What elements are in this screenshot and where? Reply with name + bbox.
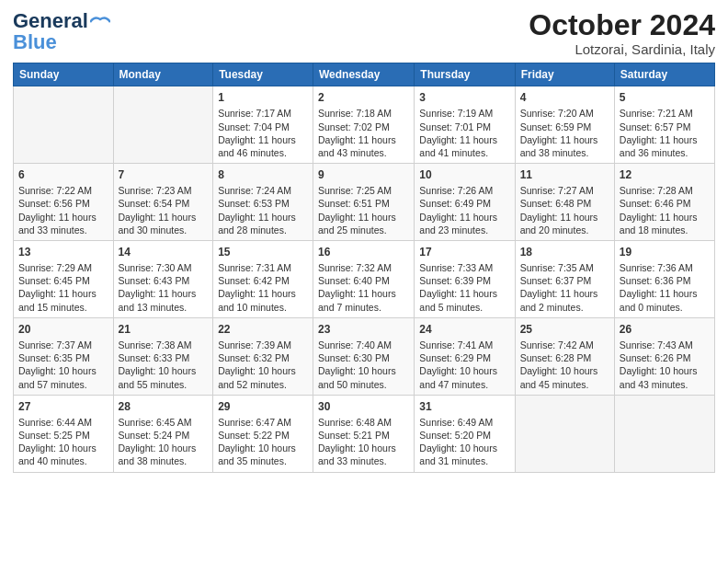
day-number: 23 bbox=[318, 322, 409, 337]
logo-bird-icon bbox=[90, 16, 110, 29]
calendar-cell: 23Sunrise: 7:40 AMSunset: 6:30 PMDayligh… bbox=[313, 317, 415, 395]
calendar-cell: 4Sunrise: 7:20 AMSunset: 6:59 PMDaylight… bbox=[515, 86, 614, 164]
calendar-cell bbox=[14, 86, 114, 164]
weekday-header-friday: Friday bbox=[515, 63, 614, 86]
calendar-cell: 7Sunrise: 7:23 AMSunset: 6:54 PMDaylight… bbox=[113, 164, 213, 241]
sunrise-text: Sunrise: 7:36 AM bbox=[620, 261, 710, 274]
sunset-text: Sunset: 6:54 PM bbox=[119, 197, 209, 210]
daylight-text: Daylight: 11 hours and 28 minutes. bbox=[218, 211, 308, 236]
sunrise-text: Sunrise: 7:21 AM bbox=[620, 107, 710, 120]
sunset-text: Sunset: 6:45 PM bbox=[18, 274, 108, 287]
daylight-text: Daylight: 11 hours and 5 minutes. bbox=[419, 287, 509, 313]
daylight-text: Daylight: 10 hours and 50 minutes. bbox=[318, 364, 409, 390]
sunrise-text: Sunrise: 7:23 AM bbox=[119, 184, 209, 197]
sunset-text: Sunset: 6:43 PM bbox=[119, 274, 209, 287]
calendar-week-row: 27Sunrise: 6:44 AMSunset: 5:25 PMDayligh… bbox=[14, 395, 715, 472]
daylight-text: Daylight: 10 hours and 31 minutes. bbox=[419, 442, 509, 467]
daylight-text: Daylight: 10 hours and 35 minutes. bbox=[218, 442, 308, 467]
daylight-text: Daylight: 10 hours and 47 minutes. bbox=[419, 364, 509, 390]
daylight-text: Daylight: 11 hours and 25 minutes. bbox=[318, 211, 409, 236]
sunrise-text: Sunrise: 7:24 AM bbox=[218, 184, 308, 197]
sunrise-text: Sunrise: 7:32 AM bbox=[318, 261, 409, 274]
logo: General Blue bbox=[13, 9, 110, 54]
calendar-cell bbox=[113, 86, 213, 164]
daylight-text: Daylight: 11 hours and 43 minutes. bbox=[318, 133, 409, 159]
day-number: 24 bbox=[419, 322, 509, 337]
calendar-cell bbox=[515, 395, 614, 472]
calendar-cell: 20Sunrise: 7:37 AMSunset: 6:35 PMDayligh… bbox=[14, 317, 114, 395]
sunset-text: Sunset: 6:29 PM bbox=[419, 351, 509, 364]
daylight-text: Daylight: 11 hours and 18 minutes. bbox=[620, 211, 710, 236]
day-number: 11 bbox=[520, 167, 609, 182]
sunset-text: Sunset: 6:40 PM bbox=[318, 274, 409, 287]
calendar-week-row: 13Sunrise: 7:29 AMSunset: 6:45 PMDayligh… bbox=[14, 240, 715, 317]
daylight-text: Daylight: 10 hours and 38 minutes. bbox=[119, 442, 209, 467]
sunrise-text: Sunrise: 7:35 AM bbox=[520, 261, 609, 274]
logo-blue: Blue bbox=[13, 30, 110, 53]
sunset-text: Sunset: 6:59 PM bbox=[520, 121, 609, 133]
sunset-text: Sunset: 6:26 PM bbox=[620, 351, 710, 364]
calendar-cell: 9Sunrise: 7:25 AMSunset: 6:51 PMDaylight… bbox=[313, 164, 415, 241]
calendar-week-row: 1Sunrise: 7:17 AMSunset: 7:04 PMDaylight… bbox=[14, 86, 715, 164]
page: General Blue October 2024 Lotzorai, Sard… bbox=[0, 0, 728, 563]
day-number: 9 bbox=[318, 167, 409, 182]
sunrise-text: Sunrise: 7:30 AM bbox=[119, 261, 209, 274]
sunrise-text: Sunrise: 7:22 AM bbox=[18, 184, 108, 197]
sunrise-text: Sunrise: 7:27 AM bbox=[520, 184, 609, 197]
sunset-text: Sunset: 5:25 PM bbox=[18, 429, 108, 442]
daylight-text: Daylight: 11 hours and 20 minutes. bbox=[520, 211, 609, 236]
day-number: 17 bbox=[419, 245, 509, 259]
calendar-table: SundayMondayTuesdayWednesdayThursdayFrid… bbox=[13, 63, 715, 472]
calendar-cell: 21Sunrise: 7:38 AMSunset: 6:33 PMDayligh… bbox=[113, 317, 213, 395]
sunset-text: Sunset: 6:28 PM bbox=[520, 351, 609, 364]
calendar-cell: 17Sunrise: 7:33 AMSunset: 6:39 PMDayligh… bbox=[415, 240, 515, 317]
calendar-cell: 16Sunrise: 7:32 AMSunset: 6:40 PMDayligh… bbox=[313, 240, 415, 317]
calendar-cell: 27Sunrise: 6:44 AMSunset: 5:25 PMDayligh… bbox=[14, 395, 114, 472]
daylight-text: Daylight: 10 hours and 52 minutes. bbox=[218, 364, 308, 390]
sunrise-text: Sunrise: 6:47 AM bbox=[218, 416, 308, 429]
calendar-cell: 15Sunrise: 7:31 AMSunset: 6:42 PMDayligh… bbox=[213, 240, 313, 317]
header: General Blue October 2024 Lotzorai, Sard… bbox=[13, 9, 715, 57]
day-number: 13 bbox=[18, 245, 108, 259]
weekday-header-tuesday: Tuesday bbox=[213, 63, 313, 86]
calendar-cell: 30Sunrise: 6:48 AMSunset: 5:21 PMDayligh… bbox=[313, 395, 415, 472]
title-area: October 2024 Lotzorai, Sardinia, Italy bbox=[529, 9, 715, 57]
sunrise-text: Sunrise: 7:37 AM bbox=[18, 339, 108, 351]
day-number: 29 bbox=[218, 399, 308, 414]
daylight-text: Daylight: 11 hours and 2 minutes. bbox=[520, 287, 609, 313]
day-number: 26 bbox=[620, 322, 710, 337]
daylight-text: Daylight: 11 hours and 0 minutes. bbox=[620, 287, 710, 313]
calendar-cell: 6Sunrise: 7:22 AMSunset: 6:56 PMDaylight… bbox=[14, 164, 114, 241]
calendar-cell: 3Sunrise: 7:19 AMSunset: 7:01 PMDaylight… bbox=[415, 86, 515, 164]
sunset-text: Sunset: 6:56 PM bbox=[18, 197, 108, 210]
sunrise-text: Sunrise: 7:17 AM bbox=[218, 107, 308, 120]
daylight-text: Daylight: 11 hours and 33 minutes. bbox=[18, 211, 108, 236]
sunrise-text: Sunrise: 6:48 AM bbox=[318, 416, 409, 429]
sunrise-text: Sunrise: 7:25 AM bbox=[318, 184, 409, 197]
day-number: 16 bbox=[318, 245, 409, 259]
daylight-text: Daylight: 11 hours and 46 minutes. bbox=[218, 133, 308, 159]
calendar-cell: 25Sunrise: 7:42 AMSunset: 6:28 PMDayligh… bbox=[515, 317, 614, 395]
daylight-text: Daylight: 10 hours and 40 minutes. bbox=[18, 442, 108, 467]
day-number: 8 bbox=[218, 167, 308, 182]
sunset-text: Sunset: 6:42 PM bbox=[218, 274, 308, 287]
day-number: 22 bbox=[218, 322, 308, 337]
sunset-text: Sunset: 6:37 PM bbox=[520, 274, 609, 287]
calendar-cell: 22Sunrise: 7:39 AMSunset: 6:32 PMDayligh… bbox=[213, 317, 313, 395]
day-number: 21 bbox=[119, 322, 209, 337]
daylight-text: Daylight: 10 hours and 55 minutes. bbox=[119, 364, 209, 390]
daylight-text: Daylight: 11 hours and 23 minutes. bbox=[419, 211, 509, 236]
sunrise-text: Sunrise: 6:45 AM bbox=[119, 416, 209, 429]
sunrise-text: Sunrise: 7:33 AM bbox=[419, 261, 509, 274]
weekday-header-saturday: Saturday bbox=[614, 63, 714, 86]
sunset-text: Sunset: 6:39 PM bbox=[419, 274, 509, 287]
day-number: 19 bbox=[620, 245, 710, 259]
calendar-cell: 14Sunrise: 7:30 AMSunset: 6:43 PMDayligh… bbox=[113, 240, 213, 317]
daylight-text: Daylight: 10 hours and 57 minutes. bbox=[18, 364, 108, 390]
day-number: 27 bbox=[18, 399, 108, 414]
day-number: 30 bbox=[318, 399, 409, 414]
sunset-text: Sunset: 6:51 PM bbox=[318, 197, 409, 210]
daylight-text: Daylight: 11 hours and 7 minutes. bbox=[318, 287, 409, 313]
day-number: 5 bbox=[620, 90, 710, 105]
sunset-text: Sunset: 7:01 PM bbox=[419, 121, 509, 133]
